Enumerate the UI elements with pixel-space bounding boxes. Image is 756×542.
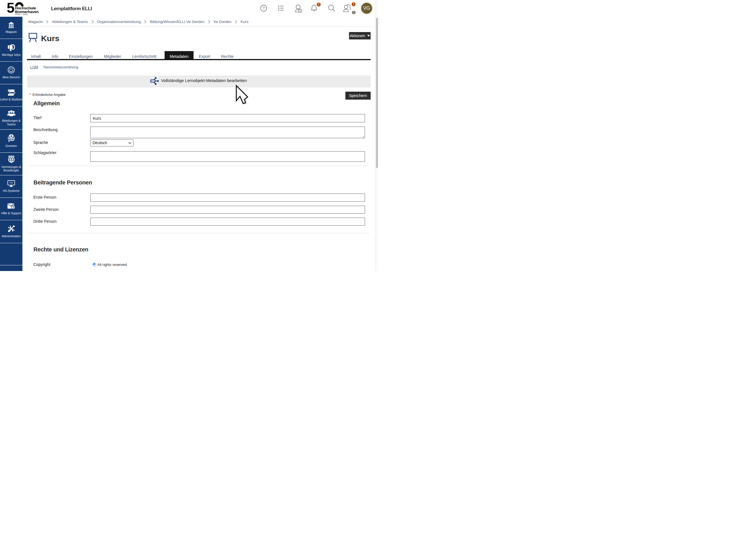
svg-text:!: ! — [300, 9, 301, 12]
svg-text:?: ? — [12, 205, 14, 209]
svg-text:1975 – 2025: 1975 – 2025 — [15, 13, 28, 15]
svg-text:5: 5 — [7, 2, 14, 16]
svg-text:?: ? — [263, 6, 265, 10]
